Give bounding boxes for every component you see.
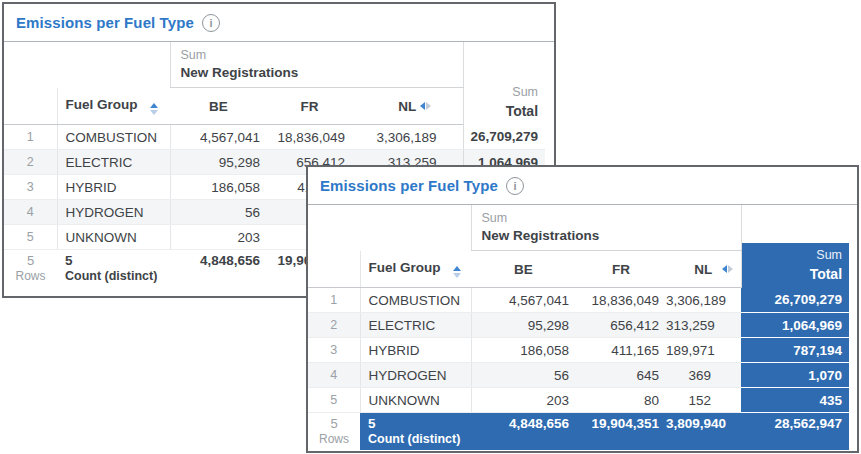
fuel-group-label: Fuel Group	[369, 260, 441, 275]
column-header-nl[interactable]: NL	[352, 88, 463, 125]
collapse-columns-icon[interactable]	[722, 265, 733, 273]
value-cell-nl[interactable]: 3,306,189	[666, 288, 741, 313]
distinct-count-label: Count (distinct)	[368, 432, 471, 447]
value-cell-fr[interactable]: 18,836,049	[576, 288, 666, 313]
fuel-group-cell[interactable]: HYDROGEN	[360, 363, 471, 388]
value-cell-fr[interactable]: 645	[576, 363, 666, 388]
row-index-cell: 5	[308, 388, 360, 413]
info-icon[interactable]: i	[202, 14, 220, 32]
row-index-cell: 2	[308, 313, 360, 338]
row-index-cell: 4	[4, 200, 57, 225]
value-cell-nl[interactable]: 152	[666, 388, 741, 413]
footer-total-fr: 19,904,351	[576, 413, 666, 450]
row-index-cell: 1	[4, 125, 57, 150]
row-index-cell: 5	[4, 225, 57, 250]
value-cell-be[interactable]: 186,058	[471, 338, 576, 363]
rows-label: Rows	[4, 269, 57, 284]
value-cell-fr[interactable]: 80	[576, 388, 666, 413]
column-header-be[interactable]: BE	[471, 251, 576, 288]
total-label: Total	[810, 265, 842, 283]
value-cell-be[interactable]: 4,567,041	[170, 125, 267, 150]
pivot-table: Sum New Registrations Sum Total Fuel Gro…	[308, 205, 849, 450]
distinct-count-label: Count (distinct)	[65, 269, 170, 284]
value-cell-be[interactable]: 203	[170, 225, 267, 250]
empty-corner-cell	[308, 251, 360, 288]
value-cell-nl[interactable]: 189,971	[666, 338, 741, 363]
footer-row: 5 Rows 5 Count (distinct) 4,848,656 19,9…	[308, 413, 849, 450]
widget-header: Emissions per Fuel Type i	[308, 167, 857, 205]
total-cell[interactable]: 26,709,279	[463, 125, 545, 150]
distinct-count-value: 5	[368, 416, 471, 432]
value-cell-nl[interactable]: 313,259	[666, 313, 741, 338]
widget-title: Emissions per Fuel Type	[16, 14, 194, 31]
empty-corner-cell	[4, 88, 57, 125]
measure-header: Sum New Registrations	[170, 42, 463, 88]
value-cell-nl[interactable]: 369	[666, 363, 741, 388]
column-header-fr[interactable]: FR	[267, 88, 352, 125]
sort-ascending-icon[interactable]	[453, 266, 461, 278]
fuel-group-column-header[interactable]: Fuel Group	[360, 251, 471, 288]
fuel-group-cell[interactable]: COMBUSTION	[360, 288, 471, 313]
fuel-group-cell[interactable]: ELECTRIC	[360, 313, 471, 338]
fuel-group-cell[interactable]: COMBUSTION	[57, 125, 170, 150]
value-cell-nl[interactable]: 3,306,189	[352, 125, 463, 150]
footer-total-be: 4,848,656	[471, 413, 576, 450]
value-cell-be[interactable]: 95,298	[170, 150, 267, 175]
value-cell-be[interactable]: 56	[170, 200, 267, 225]
table-row: 4HYDROGEN566453691,070	[308, 363, 849, 388]
fuel-group-column-header[interactable]: Fuel Group	[57, 88, 170, 125]
aggregation-label: Sum	[181, 47, 453, 63]
value-cell-be[interactable]: 186,058	[170, 175, 267, 200]
value-cell-fr[interactable]: 18,836,049	[267, 125, 352, 150]
measure-header: Sum New Registrations	[471, 205, 741, 251]
value-cell-be[interactable]: 95,298	[471, 313, 576, 338]
column-header-fr[interactable]: FR	[576, 251, 666, 288]
total-header-box: Sum Total	[464, 80, 546, 125]
fuel-group-cell[interactable]: HYDROGEN	[57, 200, 170, 225]
fuel-group-cell[interactable]: HYBRID	[360, 338, 471, 363]
row-index-cell: 4	[308, 363, 360, 388]
table-body: 1COMBUSTION4,567,04118,836,0493,306,1892…	[308, 288, 849, 413]
total-aggregation-label: Sum	[512, 85, 538, 100]
total-cell[interactable]: 787,194	[741, 338, 849, 363]
column-header-nl[interactable]: NL	[666, 251, 741, 288]
distinct-count-cell: 5 Count (distinct)	[57, 250, 170, 287]
value-cell-be[interactable]: 4,567,041	[471, 288, 576, 313]
total-cell[interactable]: 26,709,279	[741, 288, 849, 313]
collapse-columns-icon[interactable]	[420, 102, 431, 110]
fuel-group-cell[interactable]: ELECTRIC	[57, 150, 170, 175]
value-cell-fr[interactable]: 656,412	[576, 313, 666, 338]
sort-ascending-icon[interactable]	[150, 103, 158, 115]
fuel-group-cell[interactable]: HYBRID	[57, 175, 170, 200]
fuel-group-cell[interactable]: UNKNOWN	[57, 225, 170, 250]
total-cell[interactable]: 1,064,969	[741, 313, 849, 338]
table-row: 2ELECTRIC95,298656,412313,2591,064,969	[308, 313, 849, 338]
value-cell-fr[interactable]: 411,165	[576, 338, 666, 363]
empty-corner-cell	[4, 42, 57, 88]
total-aggregation-label: Sum	[816, 248, 842, 263]
total-cell[interactable]: 435	[741, 388, 849, 413]
total-header-box: Sum Total	[742, 243, 850, 288]
nl-label: NL	[694, 262, 712, 277]
front-window: Emissions per Fuel Type i Sum New Regist…	[306, 165, 859, 453]
row-index-cell: 2	[4, 150, 57, 175]
rows-label: Rows	[308, 432, 360, 447]
row-index-cell: 3	[4, 175, 57, 200]
total-column-header[interactable]: Sum Total	[463, 42, 545, 125]
table-row: 1COMBUSTION4,567,04118,836,0493,306,1892…	[4, 125, 545, 150]
footer-total-be: 4,848,656	[170, 250, 267, 287]
fuel-group-label: Fuel Group	[66, 97, 138, 112]
distinct-count-cell: 5 Count (distinct)	[360, 413, 471, 450]
info-icon[interactable]: i	[506, 177, 524, 195]
total-cell[interactable]: 1,070	[741, 363, 849, 388]
total-label: Total	[506, 102, 538, 120]
value-cell-be[interactable]: 56	[471, 363, 576, 388]
table-row: 1COMBUSTION4,567,04118,836,0493,306,1892…	[308, 288, 849, 313]
column-header-be[interactable]: BE	[170, 88, 267, 125]
value-cell-be[interactable]: 203	[471, 388, 576, 413]
table-row: 5UNKNOWN20380152435	[308, 388, 849, 413]
total-column-header[interactable]: Sum Total	[741, 205, 849, 288]
row-index-cell: 1	[308, 288, 360, 313]
fuel-group-cell[interactable]: UNKNOWN	[360, 388, 471, 413]
widget-header: Emissions per Fuel Type i	[4, 4, 554, 42]
